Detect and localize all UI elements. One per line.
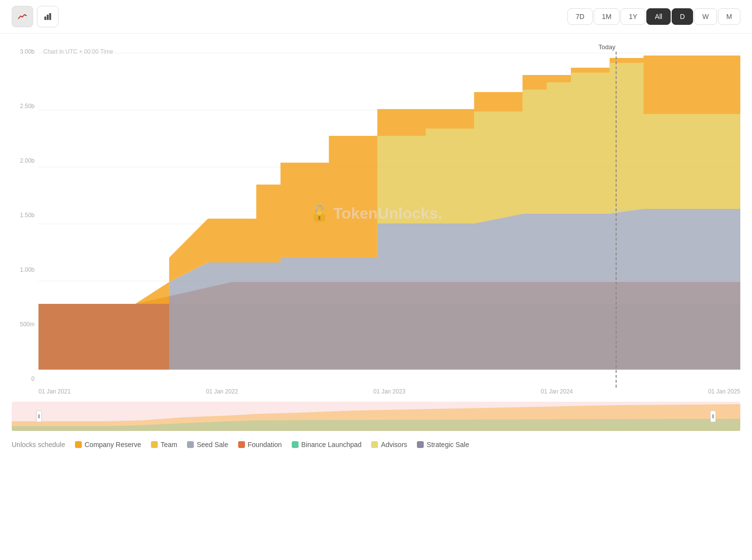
chart-container: 3.00b 2.50b 2.00b 1.50b 1.00b 500m 0 Cha… xyxy=(0,34,752,397)
y-label-150: 1.50b xyxy=(12,212,35,219)
legend-label-advisors: Advisors xyxy=(381,441,407,448)
legend-dot-company-reserve xyxy=(75,441,82,448)
minimap-track[interactable] xyxy=(12,402,740,431)
x-label-2024: 01 Jan 2024 xyxy=(541,388,573,395)
granularity-d[interactable]: D xyxy=(672,8,693,25)
x-label-2025: 01 Jan 2025 xyxy=(708,388,740,395)
minimap-container xyxy=(12,402,740,431)
chart-subtitle: Chart in UTC + 00:00 Time xyxy=(43,48,113,55)
x-label-2023: 01 Jan 2023 xyxy=(373,388,405,395)
legend-label-binance: Binance Launchpad xyxy=(301,441,362,448)
y-label-0: 0 xyxy=(12,375,35,382)
timeframe-7d[interactable]: 7D xyxy=(567,8,593,25)
top-bar: 7D 1M 1Y All D W M xyxy=(0,0,752,34)
granularity-m[interactable]: M xyxy=(718,8,740,25)
legend-dot-strategic-sale xyxy=(417,441,424,448)
legend-item-team: Team xyxy=(151,441,177,448)
minimap-handle-right[interactable] xyxy=(710,411,716,422)
svg-rect-1 xyxy=(47,15,49,20)
svg-text:🔓 TokenUnlocks.: 🔓 TokenUnlocks. xyxy=(310,204,442,223)
legend-item-strategic-sale: Strategic Sale xyxy=(417,441,469,448)
legend-label-strategic-sale: Strategic Sale xyxy=(427,441,469,448)
minimap-handle-left[interactable] xyxy=(36,411,42,422)
x-axis: 01 Jan 2021 01 Jan 2022 01 Jan 2023 01 J… xyxy=(38,386,740,397)
legend-item-company-reserve: Company Reserve xyxy=(75,441,141,448)
legend-item-foundation: Foundation xyxy=(238,441,282,448)
granularity-w[interactable]: W xyxy=(694,8,717,25)
y-label-100: 1.00b xyxy=(12,266,35,273)
legend-label-seed-sale: Seed Sale xyxy=(197,441,228,448)
x-label-2021: 01 Jan 2021 xyxy=(38,388,71,395)
svg-rect-2 xyxy=(49,13,51,20)
legend-prefix: Unlocks schedule xyxy=(12,441,65,448)
legend-dot-binance xyxy=(292,441,299,448)
legend-label-company-reserve: Company Reserve xyxy=(85,441,141,448)
y-label-250: 2.50b xyxy=(12,103,35,110)
legend-dot-advisors xyxy=(371,441,378,448)
bar-chart-button[interactable] xyxy=(37,6,58,27)
legend-dot-foundation xyxy=(238,441,245,448)
legend-item-advisors: Advisors xyxy=(371,441,407,448)
timeframe-all[interactable]: All xyxy=(646,8,671,25)
toolbar-left xyxy=(12,6,58,27)
time-controls: 7D 1M 1Y All D W M xyxy=(567,8,740,25)
timeframe-1m[interactable]: 1M xyxy=(594,8,620,25)
today-line xyxy=(616,52,617,388)
legend-label-foundation: Foundation xyxy=(248,441,282,448)
legend-dot-team xyxy=(151,441,158,448)
legend-item-binance: Binance Launchpad xyxy=(292,441,362,448)
legend-label-team: Team xyxy=(161,441,177,448)
legend-dot-seed-sale xyxy=(187,441,194,448)
y-label-300: 3.00b xyxy=(12,48,35,55)
x-label-2022: 01 Jan 2022 xyxy=(206,388,238,395)
minimap-svg xyxy=(12,402,740,431)
line-chart-button[interactable] xyxy=(12,6,33,27)
y-label-500m: 500m xyxy=(12,321,35,328)
today-label: Today xyxy=(599,43,616,51)
y-label-200: 2.00b xyxy=(12,157,35,164)
timeframe-1y[interactable]: 1Y xyxy=(620,8,645,25)
legend-item-seed-sale: Seed Sale xyxy=(187,441,228,448)
svg-rect-0 xyxy=(44,17,46,20)
main-chart-svg: 🔓 TokenUnlocks. xyxy=(38,43,740,384)
legend: Unlocks schedule Company Reserve Team Se… xyxy=(0,431,752,453)
